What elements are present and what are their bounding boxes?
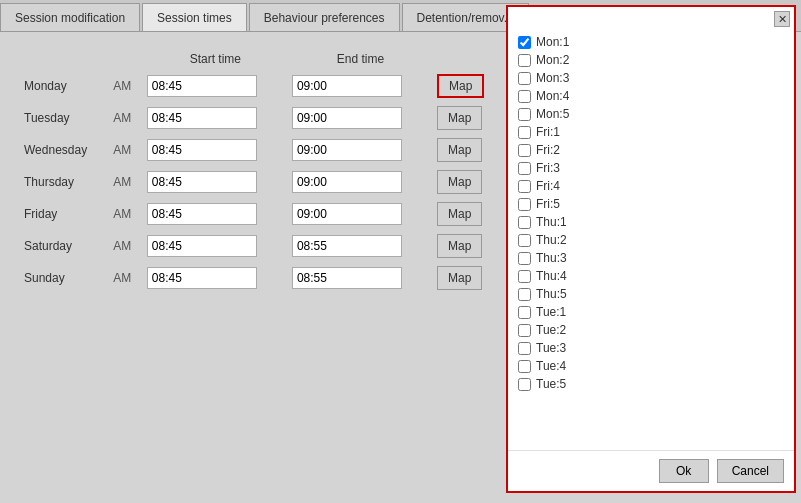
checkbox-label-fri4[interactable]: Fri:4 bbox=[536, 179, 560, 193]
day-cell: Thursday bbox=[20, 166, 109, 198]
checkbox-label-thu1[interactable]: Thu:1 bbox=[536, 215, 567, 229]
checkbox-label-tue5[interactable]: Tue:5 bbox=[536, 377, 566, 391]
checkbox-label-mon2[interactable]: Mon:2 bbox=[536, 53, 569, 67]
checkbox-thu4[interactable] bbox=[518, 270, 531, 283]
table-row: WednesdayAMMap bbox=[20, 134, 500, 166]
popup-header: ✕ bbox=[508, 7, 794, 27]
ok-button[interactable]: Ok bbox=[659, 459, 709, 483]
end-time-cell bbox=[288, 230, 433, 262]
checkbox-item: Fri:4 bbox=[518, 177, 784, 195]
checkbox-item: Mon:2 bbox=[518, 51, 784, 69]
ampm-cell: AM bbox=[109, 230, 142, 262]
checkbox-label-mon3[interactable]: Mon:3 bbox=[536, 71, 569, 85]
checkbox-mon4[interactable] bbox=[518, 90, 531, 103]
checkbox-tue5[interactable] bbox=[518, 378, 531, 391]
map-button[interactable]: Map bbox=[437, 266, 482, 290]
start-time-input[interactable] bbox=[147, 235, 257, 257]
checkbox-label-thu2[interactable]: Thu:2 bbox=[536, 233, 567, 247]
map-cell: Map bbox=[433, 70, 500, 102]
ampm-cell: AM bbox=[109, 198, 142, 230]
checkbox-thu1[interactable] bbox=[518, 216, 531, 229]
checkbox-label-fri5[interactable]: Fri:5 bbox=[536, 197, 560, 211]
tab-session-modification[interactable]: Session modification bbox=[0, 3, 140, 31]
checkbox-label-tue2[interactable]: Tue:2 bbox=[536, 323, 566, 337]
popup-dialog: ✕ Mon:1Mon:2Mon:3Mon:4Mon:5Fri:1Fri:2Fri… bbox=[506, 5, 796, 493]
checkbox-mon3[interactable] bbox=[518, 72, 531, 85]
checkbox-tue1[interactable] bbox=[518, 306, 531, 319]
checkbox-fri2[interactable] bbox=[518, 144, 531, 157]
map-cell: Map bbox=[433, 166, 500, 198]
checkbox-tue3[interactable] bbox=[518, 342, 531, 355]
start-time-input[interactable] bbox=[147, 107, 257, 129]
table-row: TuesdayAMMap bbox=[20, 102, 500, 134]
start-time-input[interactable] bbox=[147, 139, 257, 161]
day-cell: Monday bbox=[20, 70, 109, 102]
checkbox-item: Tue:3 bbox=[518, 339, 784, 357]
popup-footer: Ok Cancel bbox=[508, 450, 794, 491]
checkbox-label-tue3[interactable]: Tue:3 bbox=[536, 341, 566, 355]
end-time-input[interactable] bbox=[292, 203, 402, 225]
checkbox-item: Fri:3 bbox=[518, 159, 784, 177]
map-cell: Map bbox=[433, 134, 500, 166]
checkbox-fri1[interactable] bbox=[518, 126, 531, 139]
day-cell: Saturday bbox=[20, 230, 109, 262]
end-time-input[interactable] bbox=[292, 139, 402, 161]
close-button[interactable]: ✕ bbox=[774, 11, 790, 27]
checkbox-label-fri3[interactable]: Fri:3 bbox=[536, 161, 560, 175]
map-button[interactable]: Map bbox=[437, 202, 482, 226]
start-time-cell bbox=[143, 70, 288, 102]
main-window: Session modification Session times Behav… bbox=[0, 0, 801, 503]
checkbox-item: Tue:4 bbox=[518, 357, 784, 375]
checkbox-item: Thu:5 bbox=[518, 285, 784, 303]
checkbox-mon2[interactable] bbox=[518, 54, 531, 67]
checkbox-thu5[interactable] bbox=[518, 288, 531, 301]
tab-session-times[interactable]: Session times bbox=[142, 3, 247, 31]
map-button[interactable]: Map bbox=[437, 138, 482, 162]
checkbox-tue4[interactable] bbox=[518, 360, 531, 373]
checkbox-label-thu3[interactable]: Thu:3 bbox=[536, 251, 567, 265]
checkbox-item: Fri:1 bbox=[518, 123, 784, 141]
start-time-input[interactable] bbox=[147, 171, 257, 193]
checkbox-thu3[interactable] bbox=[518, 252, 531, 265]
tab-behaviour-preferences[interactable]: Behaviour preferences bbox=[249, 3, 400, 31]
end-time-input[interactable] bbox=[292, 235, 402, 257]
checkbox-label-thu4[interactable]: Thu:4 bbox=[536, 269, 567, 283]
cancel-button[interactable]: Cancel bbox=[717, 459, 784, 483]
start-time-input[interactable] bbox=[147, 267, 257, 289]
checkbox-mon1[interactable] bbox=[518, 36, 531, 49]
start-time-header: Start time bbox=[143, 48, 288, 70]
checkbox-label-tue4[interactable]: Tue:4 bbox=[536, 359, 566, 373]
map-button[interactable]: Map bbox=[437, 234, 482, 258]
ampm-cell: AM bbox=[109, 166, 142, 198]
ampm-cell: AM bbox=[109, 102, 142, 134]
end-time-input[interactable] bbox=[292, 75, 402, 97]
end-time-cell bbox=[288, 262, 433, 294]
checkbox-label-mon1[interactable]: Mon:1 bbox=[536, 35, 569, 49]
checkbox-tue2[interactable] bbox=[518, 324, 531, 337]
start-time-input[interactable] bbox=[147, 75, 257, 97]
map-button[interactable]: Map bbox=[437, 74, 484, 98]
start-time-input[interactable] bbox=[147, 203, 257, 225]
checkbox-label-tue1[interactable]: Tue:1 bbox=[536, 305, 566, 319]
end-time-cell bbox=[288, 102, 433, 134]
checkbox-fri3[interactable] bbox=[518, 162, 531, 175]
end-time-cell bbox=[288, 198, 433, 230]
end-time-input[interactable] bbox=[292, 267, 402, 289]
end-time-input[interactable] bbox=[292, 107, 402, 129]
checkbox-label-fri2[interactable]: Fri:2 bbox=[536, 143, 560, 157]
checkbox-label-mon4[interactable]: Mon:4 bbox=[536, 89, 569, 103]
ampm-cell: AM bbox=[109, 70, 142, 102]
map-button[interactable]: Map bbox=[437, 106, 482, 130]
end-time-input[interactable] bbox=[292, 171, 402, 193]
checkbox-fri5[interactable] bbox=[518, 198, 531, 211]
map-cell: Map bbox=[433, 102, 500, 134]
checkbox-mon5[interactable] bbox=[518, 108, 531, 121]
start-time-cell bbox=[143, 262, 288, 294]
checkbox-label-mon5[interactable]: Mon:5 bbox=[536, 107, 569, 121]
checkbox-thu2[interactable] bbox=[518, 234, 531, 247]
schedule-table: Start time End time MondayAMMapTuesdayAM… bbox=[20, 48, 500, 294]
checkbox-label-fri1[interactable]: Fri:1 bbox=[536, 125, 560, 139]
checkbox-fri4[interactable] bbox=[518, 180, 531, 193]
checkbox-label-thu5[interactable]: Thu:5 bbox=[536, 287, 567, 301]
map-button[interactable]: Map bbox=[437, 170, 482, 194]
